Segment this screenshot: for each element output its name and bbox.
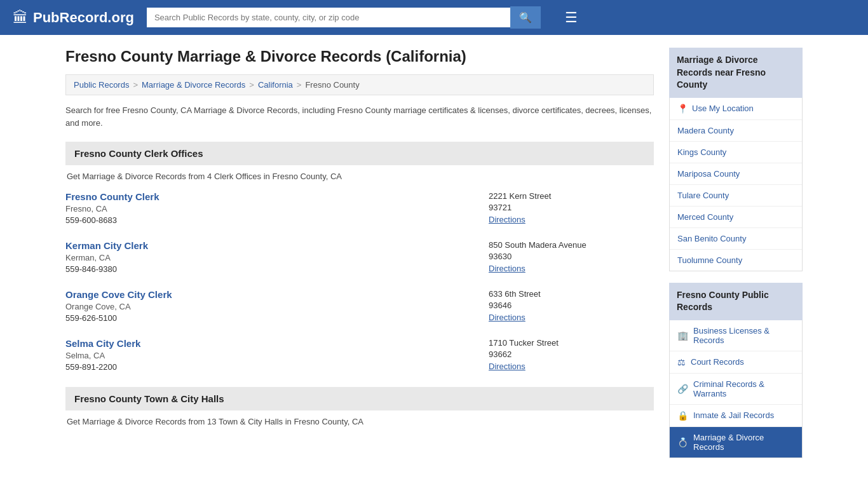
office-phone-3: 559-891-2200 — [65, 362, 489, 372]
office-name-0[interactable]: Fresno County Clerk — [65, 191, 489, 202]
breadcrumb-sep-3: > — [297, 80, 302, 90]
nearby-counties-list: Madera CountyKings CountyMariposa County… — [670, 120, 802, 271]
page-description: Search for free Fresno County, CA Marria… — [65, 104, 654, 129]
content-area: Fresno County Marriage & Divorce Records… — [65, 48, 654, 458]
directions-link-1[interactable]: Directions — [489, 264, 526, 273]
directions-link-3[interactable]: Directions — [489, 362, 526, 371]
nearby-county-4[interactable]: Merced County — [670, 207, 802, 228]
search-icon: 🔍 — [519, 12, 532, 23]
main-container: Fresno County Marriage & Divorce Records… — [53, 35, 815, 471]
logo-text: PubRecord.org — [33, 10, 134, 26]
office-entry: Kerman City Clerk Kerman, CA 559-846-938… — [65, 240, 654, 276]
nearby-county-5[interactable]: San Benito County — [670, 228, 802, 250]
nearby-county-1[interactable]: Kings County — [670, 142, 802, 163]
office-city-1: Kerman, CA — [65, 253, 489, 262]
search-input[interactable] — [147, 8, 510, 27]
public-records-section-header: Fresno County Public Records — [669, 283, 803, 320]
nearby-county-label-3: Tulare County — [677, 191, 794, 200]
pub-record-icon-1: ⚖ — [677, 357, 686, 367]
breadcrumb-sep-2: > — [249, 80, 254, 90]
breadcrumb-public-records[interactable]: Public Records — [74, 80, 129, 90]
use-location-label: Use My Location — [692, 104, 754, 113]
sidebar: Marriage & Divorce Records near Fresno C… — [669, 48, 803, 458]
pub-record-item-3[interactable]: 🔒 Inmate & Jail Records — [670, 405, 802, 427]
nearby-section-header: Marriage & Divorce Records near Fresno C… — [669, 48, 803, 98]
clerk-offices-desc: Get Marriage & Divorce Records from 4 Cl… — [65, 172, 654, 181]
office-phone-2: 559-626-5100 — [65, 313, 489, 323]
location-icon: 📍 — [677, 104, 688, 114]
office-street-1: 850 South Madera Avenue — [489, 240, 654, 250]
nearby-county-label-5: San Benito County — [677, 234, 794, 243]
pub-record-item-0[interactable]: 🏢 Business Licenses & Records — [670, 320, 802, 351]
office-phone-0: 559-600-8683 — [65, 215, 489, 225]
office-right-0: 2221 Kern Street 93721 Directions — [489, 191, 654, 225]
office-zip-2: 93646 — [489, 301, 654, 310]
site-header: 🏛 PubRecord.org 🔍 ☰ — [0, 0, 868, 35]
office-zip-0: 93721 — [489, 203, 654, 212]
town-halls-header: Fresno County Town & City Halls — [65, 387, 654, 410]
directions-link-2[interactable]: Directions — [489, 313, 526, 322]
logo[interactable]: 🏛 PubRecord.org — [13, 9, 134, 27]
office-left-2: Orange Cove City Clerk Orange Cove, CA 5… — [65, 289, 489, 323]
nearby-county-6[interactable]: Tuolumne County — [670, 250, 802, 271]
breadcrumb: Public Records > Marriage & Divorce Reco… — [65, 74, 654, 95]
office-street-0: 2221 Kern Street — [489, 191, 654, 201]
directions-link-0[interactable]: Directions — [489, 215, 526, 224]
search-area: 🔍 — [147, 6, 541, 29]
pub-record-icon-0: 🏢 — [677, 330, 688, 341]
pub-record-icon-2: 🔗 — [677, 384, 688, 394]
office-entry: Fresno County Clerk Fresno, CA 559-600-8… — [65, 191, 654, 227]
pub-record-label-4: Marriage & Divorce Records — [693, 433, 794, 452]
office-right-2: 633 6th Street 93646 Directions — [489, 289, 654, 323]
nearby-county-label-6: Tuolumne County — [677, 255, 794, 265]
offices-list: Fresno County Clerk Fresno, CA 559-600-8… — [65, 191, 654, 374]
nearby-county-label-4: Merced County — [677, 212, 794, 222]
office-left-1: Kerman City Clerk Kerman, CA 559-846-938… — [65, 240, 489, 274]
pub-record-label-1: Court Records — [691, 357, 794, 367]
breadcrumb-current: Fresno County — [305, 80, 359, 90]
breadcrumb-california[interactable]: California — [258, 80, 293, 90]
pub-record-label-3: Inmate & Jail Records — [693, 410, 794, 420]
nearby-county-0[interactable]: Madera County — [670, 120, 802, 142]
nearby-list: 📍 Use My Location Madera CountyKings Cou… — [669, 98, 803, 271]
office-entry: Selma City Clerk Selma, CA 559-891-2200 … — [65, 338, 654, 374]
menu-button[interactable]: ☰ — [560, 7, 583, 29]
hamburger-icon: ☰ — [565, 10, 578, 25]
pub-record-label-0: Business Licenses & Records — [693, 326, 794, 345]
nearby-county-3[interactable]: Tulare County — [670, 185, 802, 207]
office-left-0: Fresno County Clerk Fresno, CA 559-600-8… — [65, 191, 489, 225]
office-city-3: Selma, CA — [65, 351, 489, 360]
office-city-0: Fresno, CA — [65, 204, 489, 214]
office-street-3: 1710 Tucker Street — [489, 338, 654, 348]
office-left-3: Selma City Clerk Selma, CA 559-891-2200 — [65, 338, 489, 372]
office-street-2: 633 6th Street — [489, 289, 654, 299]
pub-record-item-4[interactable]: 💍 Marriage & Divorce Records — [670, 427, 802, 458]
breadcrumb-marriage-records[interactable]: Marriage & Divorce Records — [142, 80, 245, 90]
logo-icon: 🏛 — [13, 9, 28, 27]
town-halls-desc: Get Marriage & Divorce Records from 13 T… — [65, 417, 654, 426]
nearby-county-2[interactable]: Mariposa County — [670, 163, 802, 185]
office-name-2[interactable]: Orange Cove City Clerk — [65, 289, 489, 300]
breadcrumb-sep-1: > — [133, 80, 138, 90]
nearby-county-label-2: Mariposa County — [677, 169, 794, 179]
nearby-county-label-0: Madera County — [677, 126, 794, 135]
office-name-3[interactable]: Selma City Clerk — [65, 338, 489, 349]
office-zip-3: 93662 — [489, 349, 654, 359]
nearby-county-label-1: Kings County — [677, 147, 794, 157]
pub-record-icon-3: 🔒 — [677, 410, 688, 421]
public-records-list: 🏢 Business Licenses & Records ⚖ Court Re… — [669, 320, 803, 458]
pub-record-item-1[interactable]: ⚖ Court Records — [670, 351, 802, 374]
office-name-1[interactable]: Kerman City Clerk — [65, 240, 489, 251]
pub-record-icon-4: 💍 — [677, 437, 688, 447]
pub-record-label-2: Criminal Records & Warrants — [693, 379, 794, 398]
office-entry: Orange Cove City Clerk Orange Cove, CA 5… — [65, 289, 654, 325]
pub-record-item-2[interactable]: 🔗 Criminal Records & Warrants — [670, 374, 802, 405]
office-zip-1: 93630 — [489, 252, 654, 261]
page-title: Fresno County Marriage & Divorce Records… — [65, 48, 654, 65]
office-city-2: Orange Cove, CA — [65, 302, 489, 311]
use-my-location[interactable]: 📍 Use My Location — [670, 98, 802, 120]
office-right-3: 1710 Tucker Street 93662 Directions — [489, 338, 654, 372]
search-button[interactable]: 🔍 — [510, 6, 541, 29]
office-right-1: 850 South Madera Avenue 93630 Directions — [489, 240, 654, 274]
clerk-offices-header: Fresno County Clerk Offices — [65, 142, 654, 165]
